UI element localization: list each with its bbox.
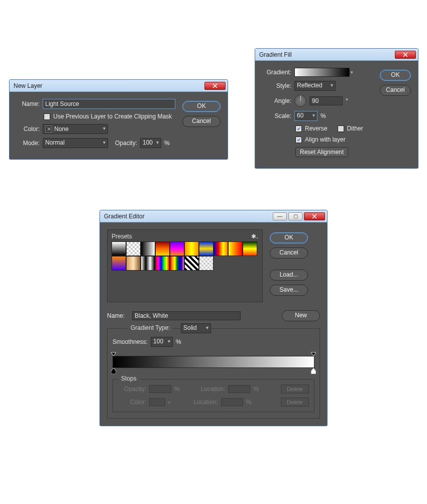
color-stop-right[interactable]: [311, 368, 316, 374]
gradient-label: Gradient:: [262, 69, 291, 76]
smoothness-label: Smoothness:: [113, 338, 148, 345]
mode-label: Mode:: [17, 140, 40, 147]
close-icon[interactable]: [304, 212, 325, 220]
dither-checkbox[interactable]: [338, 125, 344, 132]
close-icon[interactable]: [395, 51, 416, 59]
preset-swatch[interactable]: [112, 241, 126, 256]
ok-button[interactable]: OK: [270, 232, 308, 243]
preset-swatch[interactable]: [112, 256, 126, 271]
color-select[interactable]: ✕ None: [43, 124, 108, 134]
gear-icon[interactable]: ✱․: [251, 233, 258, 240]
stop-color-swatch: [149, 398, 165, 406]
save-button[interactable]: Save...: [270, 285, 308, 296]
presets-label: Presets: [112, 233, 132, 240]
preset-swatch[interactable]: [184, 241, 199, 256]
align-label: Align with layer: [305, 136, 346, 143]
stop-location-label: Location:: [201, 386, 226, 393]
angle-dial[interactable]: [294, 95, 306, 107]
preset-swatch[interactable]: [199, 256, 214, 271]
gradient-type-select[interactable]: Solid: [181, 323, 211, 333]
preset-swatches: [112, 241, 258, 271]
gradient-ramp[interactable]: [113, 356, 314, 368]
stop-opacity-input: [149, 385, 171, 393]
ok-button[interactable]: OK: [380, 70, 411, 81]
preset-swatch[interactable]: [141, 241, 155, 256]
stop-color-label: Color:: [118, 399, 146, 406]
dither-label: Dither: [347, 125, 363, 132]
style-select[interactable]: Reflected: [294, 81, 336, 91]
preset-swatch[interactable]: [170, 256, 184, 271]
clip-mask-label: Use Previous Layer to Create Clipping Ma…: [53, 113, 172, 120]
gradient-editor-title: Gradient Editor: [104, 213, 273, 220]
svg-marker-1: [311, 352, 316, 356]
smoothness-input[interactable]: 100: [151, 337, 173, 347]
preset-swatch[interactable]: [141, 256, 155, 271]
preset-swatch[interactable]: [170, 241, 184, 256]
new-layer-titlebar[interactable]: New Layer: [10, 80, 228, 92]
gradient-swatch-icon: [294, 68, 350, 77]
pct-label: %: [321, 112, 326, 119]
new-layer-title: New Layer: [14, 82, 204, 89]
reverse-checkbox[interactable]: ✔: [295, 125, 302, 132]
cancel-button[interactable]: Cancel: [270, 247, 308, 259]
opacity-input[interactable]: 100: [140, 138, 161, 148]
preset-swatch[interactable]: [199, 241, 214, 256]
name-label: Name:: [17, 100, 40, 107]
none-icon: ✕: [45, 125, 52, 133]
gradient-fill-title: Gradient Fill: [259, 51, 395, 58]
cancel-button[interactable]: Cancel: [380, 85, 411, 96]
preset-swatch[interactable]: [126, 241, 141, 256]
preset-swatch[interactable]: [155, 241, 170, 256]
cancel-button[interactable]: Cancel: [182, 116, 221, 127]
preset-swatch[interactable]: [126, 256, 141, 271]
reverse-label: Reverse: [305, 125, 328, 132]
color-stop-left[interactable]: [111, 368, 116, 374]
name-label: Name:: [107, 312, 129, 319]
gradient-type-label: Gradient Type:: [128, 324, 173, 331]
opacity-label: Opacity:: [115, 140, 137, 147]
degree-label: °: [346, 97, 348, 104]
ok-button[interactable]: OK: [182, 101, 221, 112]
blend-mode-select[interactable]: Normal: [43, 138, 108, 148]
stop-location-input: [228, 385, 250, 393]
stops-label: Stops: [118, 375, 140, 382]
maximize-icon[interactable]: ▢: [288, 212, 302, 220]
presets-panel: Presets ✱․: [107, 229, 263, 302]
delete-opacity-stop-button: Delete: [281, 385, 309, 394]
preset-swatch[interactable]: [214, 241, 228, 256]
clip-mask-checkbox[interactable]: [44, 113, 50, 120]
preset-swatch[interactable]: [155, 256, 170, 271]
scale-input[interactable]: 60: [294, 111, 317, 121]
pct-label: %: [176, 338, 181, 345]
angle-label: Angle:: [262, 97, 291, 104]
preset-swatch[interactable]: [243, 241, 257, 256]
delete-color-stop-button: Delete: [281, 398, 309, 407]
stop-location-label-2: Location:: [193, 399, 218, 406]
svg-marker-2: [111, 368, 116, 374]
svg-marker-3: [311, 368, 316, 374]
layer-name-input[interactable]: [43, 99, 175, 109]
style-label: Style:: [262, 82, 291, 89]
stop-opacity-label: Opacity:: [118, 386, 146, 393]
gradient-name-input[interactable]: [132, 311, 241, 320]
align-checkbox[interactable]: ✔: [295, 137, 302, 143]
close-icon[interactable]: [204, 82, 226, 90]
color-label: Color:: [17, 125, 40, 133]
angle-input[interactable]: [309, 96, 343, 105]
preset-swatch[interactable]: [228, 241, 243, 256]
preset-swatch[interactable]: [184, 256, 199, 271]
svg-marker-0: [111, 352, 116, 356]
reset-alignment-button[interactable]: Reset Alignment: [295, 147, 348, 157]
gradient-fill-titlebar[interactable]: Gradient Fill: [255, 49, 418, 61]
minimize-icon[interactable]: —: [273, 212, 287, 220]
opacity-stop-left[interactable]: [111, 351, 116, 356]
pct-label: %: [164, 140, 170, 147]
gradient-editor-titlebar[interactable]: Gradient Editor — ▢: [100, 210, 327, 222]
load-button[interactable]: Load...: [270, 270, 308, 281]
new-button[interactable]: New: [282, 310, 320, 321]
gradient-preview[interactable]: [294, 68, 353, 77]
scale-label: Scale:: [262, 112, 291, 119]
opacity-stop-right[interactable]: [311, 351, 316, 356]
stop-location-input-2: [221, 398, 243, 406]
